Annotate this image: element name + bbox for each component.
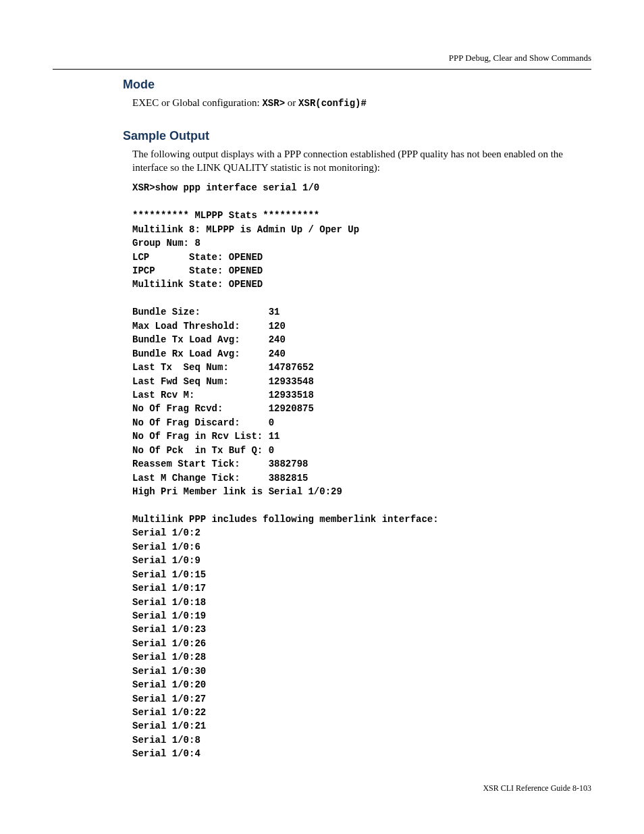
section-heading-mode: Mode <box>123 78 591 92</box>
page-footer: XSR CLI Reference Guide 8-103 <box>483 783 591 793</box>
page: PPP Debug, Clear and Show Commands Mode … <box>0 0 644 761</box>
mode-code-2: XSR(config)# <box>298 98 367 109</box>
header-rule <box>53 69 591 70</box>
sample-output-intro: The following output displays with a PPP… <box>132 147 591 175</box>
sample-output-code: XSR>show ppp interface serial 1/0 ******… <box>132 181 591 760</box>
section-heading-sample-output: Sample Output <box>123 129 591 143</box>
mode-text-prefix: EXEC or Global configuration: <box>132 97 262 108</box>
mode-code-1: XSR> <box>262 98 285 109</box>
mode-body: EXEC or Global configuration: XSR> or XS… <box>132 96 591 110</box>
running-header: PPP Debug, Clear and Show Commands <box>53 53 591 63</box>
mode-joiner: or <box>288 97 298 108</box>
